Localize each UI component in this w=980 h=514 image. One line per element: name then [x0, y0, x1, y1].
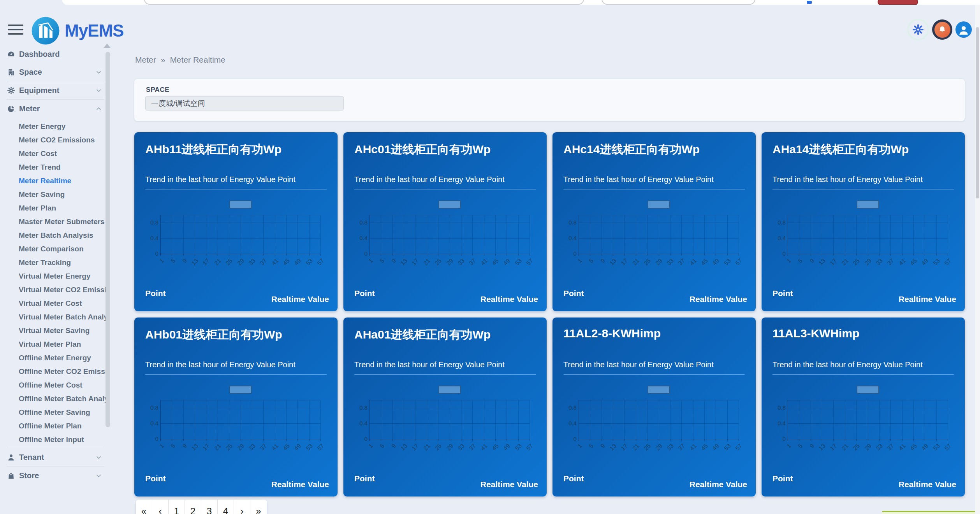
gridline-v [704, 400, 705, 439]
x-axis-tick [275, 439, 275, 441]
gridline-v [925, 215, 925, 254]
x-axis-tick [902, 254, 903, 256]
gridline-v [183, 400, 184, 439]
gridline-v [788, 400, 788, 441]
card-title: AHb11进线柜正向有功Wp [145, 142, 282, 158]
breadcrumb-separator: » [161, 55, 165, 65]
gridline-v [484, 400, 484, 439]
space-select-input[interactable]: 一度城/调试空间 [145, 96, 344, 111]
x-axis-tick [183, 439, 184, 441]
pagination-button-3[interactable]: 3 [201, 500, 218, 514]
gridline-v [183, 215, 184, 254]
sidebar-subitem-virtual-meter-plan[interactable]: Virtual Meter Plan [0, 337, 110, 351]
x-axis-tick [263, 254, 264, 256]
x-axis-tick [309, 254, 310, 256]
window-scrollbar[interactable] [975, 5, 980, 514]
gridline-v [739, 215, 739, 254]
sidebar-subitem-offline-meter-cost[interactable]: Offline Meter Cost [0, 378, 110, 392]
sidebar-subitem-offline-meter-plan[interactable]: Offline Meter Plan [0, 419, 110, 433]
chart-legend-swatch[interactable] [438, 386, 461, 394]
gridline-v [438, 400, 438, 439]
settings-gear-icon[interactable] [907, 19, 929, 40]
chart-legend-swatch[interactable] [857, 200, 879, 209]
card-subtitle: Trend in the last hour of Energy Value P… [772, 175, 923, 184]
sidebar-item-dashboard[interactable]: Dashboard [0, 45, 117, 63]
sidebar-subitem-meter-comparison[interactable]: Meter Comparison [0, 242, 110, 256]
menu-icon[interactable] [8, 25, 23, 35]
card-footer-point: Point [563, 289, 584, 298]
sidebar-item-store[interactable]: Store [0, 467, 117, 484]
pagination-button-1[interactable]: 1 [169, 500, 185, 514]
x-axis-tick [659, 439, 659, 441]
sidebar-subitem-offline-meter-energy[interactable]: Offline Meter Energy [0, 351, 110, 365]
chart-legend-swatch[interactable] [857, 386, 879, 394]
sidebar-subitem-virtual-meter-co2-emissions[interactable]: Virtual Meter CO2 Emissions [0, 283, 110, 296]
gridline-v [624, 215, 625, 254]
sidebar-subitem-virtual-meter-energy[interactable]: Virtual Meter Energy [0, 269, 110, 283]
sidebar-subitem-offline-meter-saving[interactable]: Offline Meter Saving [0, 405, 110, 419]
y-axis-label: 0 [139, 250, 158, 257]
gridline-v [670, 215, 670, 254]
x-axis-tick [530, 439, 530, 441]
breadcrumb-meter[interactable]: Meter [135, 55, 156, 65]
window-scrollbar-thumb[interactable] [976, 27, 979, 198]
sidebar-subitem-offline-meter-co2-emissions[interactable]: Offline Meter CO2 Emissions [0, 365, 110, 378]
notification-bell-icon[interactable] [932, 19, 952, 40]
pagination-button-4[interactable]: 4 [218, 500, 234, 514]
sidebar-subitem-meter-cost[interactable]: Meter Cost [0, 147, 110, 160]
sidebar-subitem-meter-realtime[interactable]: Meter Realtime [0, 174, 110, 188]
card-divider [563, 189, 745, 189]
x-axis-tick [404, 439, 404, 441]
sidebar-item-equipment[interactable]: Equipment [0, 81, 117, 99]
brand[interactable]: MyEMS [31, 16, 123, 45]
x-axis-tick [845, 439, 845, 441]
space-label: SPACE [146, 86, 169, 94]
card-footer-point: Point [145, 474, 166, 483]
chart-legend-swatch[interactable] [229, 200, 252, 209]
sidebar-subitem-meter-plan[interactable]: Meter Plan [0, 201, 110, 215]
pagination-button-›[interactable]: › [234, 500, 250, 514]
x-axis-tick [297, 439, 298, 441]
card-divider [772, 374, 954, 375]
card-footer-point: Point [354, 289, 375, 298]
sidebar-item-tenant[interactable]: Tenant [0, 448, 117, 466]
x-axis-tick [925, 254, 925, 256]
gridline-v [427, 215, 427, 254]
sidebar-subitem-meter-co2-emissions[interactable]: Meter CO2 Emissions [0, 133, 110, 147]
sidebar-subitem-meter-saving[interactable]: Meter Saving [0, 188, 110, 201]
x-axis-tick [183, 254, 184, 256]
gridline-v [484, 215, 484, 254]
x-axis-tick [833, 439, 834, 441]
x-axis-tick [252, 439, 252, 441]
sidebar-subitem-meter-batch-analysis[interactable]: Meter Batch Analysis [0, 228, 110, 242]
x-axis-tick [495, 254, 496, 256]
sidebar-item-meter[interactable]: Meter [0, 100, 117, 118]
pagination-button-2[interactable]: 2 [185, 500, 201, 514]
chart-legend-swatch[interactable] [647, 386, 670, 394]
chart-legend-swatch[interactable] [647, 200, 670, 209]
card-title: 11AL3-KWHimp [772, 327, 859, 340]
sidebar-subitem-offline-meter-batch-analysis[interactable]: Offline Meter Batch Analysis [0, 392, 110, 405]
chart-legend-swatch[interactable] [438, 200, 461, 209]
sidebar-subitem-meter-trend[interactable]: Meter Trend [0, 160, 110, 174]
sidebar-subitem-virtual-meter-saving[interactable]: Virtual Meter Saving [0, 324, 110, 337]
sidebar-subitem-master-meter-submeters-balance[interactable]: Master Meter Submeters Balance [0, 215, 110, 228]
x-axis-tick [172, 254, 172, 256]
pagination-button-»[interactable]: » [250, 500, 267, 514]
pagination-button-«[interactable]: « [136, 500, 152, 514]
sidebar-subitem-virtual-meter-cost[interactable]: Virtual Meter Cost [0, 296, 110, 310]
x-axis-tick [613, 254, 613, 256]
pagination-button-‹[interactable]: ‹ [152, 500, 169, 514]
sidebar-scrollbar[interactable] [106, 52, 110, 427]
sidebar-subitem-virtual-meter-batch-analysis[interactable]: Virtual Meter Batch Analysis [0, 310, 110, 324]
sidebar-subitem-offline-meter-input[interactable]: Offline Meter Input [0, 433, 110, 446]
sidebar-item-label: Space [19, 68, 42, 77]
gridline-v [309, 400, 310, 439]
chart-legend-swatch[interactable] [229, 386, 252, 394]
sidebar-subitem-meter-energy[interactable]: Meter Energy [0, 119, 110, 133]
sidebar-subitem-meter-tracking[interactable]: Meter Tracking [0, 256, 110, 269]
user-avatar-icon[interactable] [955, 21, 972, 38]
sidebar-scroll-up-arrow[interactable] [104, 44, 111, 48]
gridline-v [369, 215, 370, 256]
sidebar-item-space[interactable]: Space [0, 63, 117, 81]
